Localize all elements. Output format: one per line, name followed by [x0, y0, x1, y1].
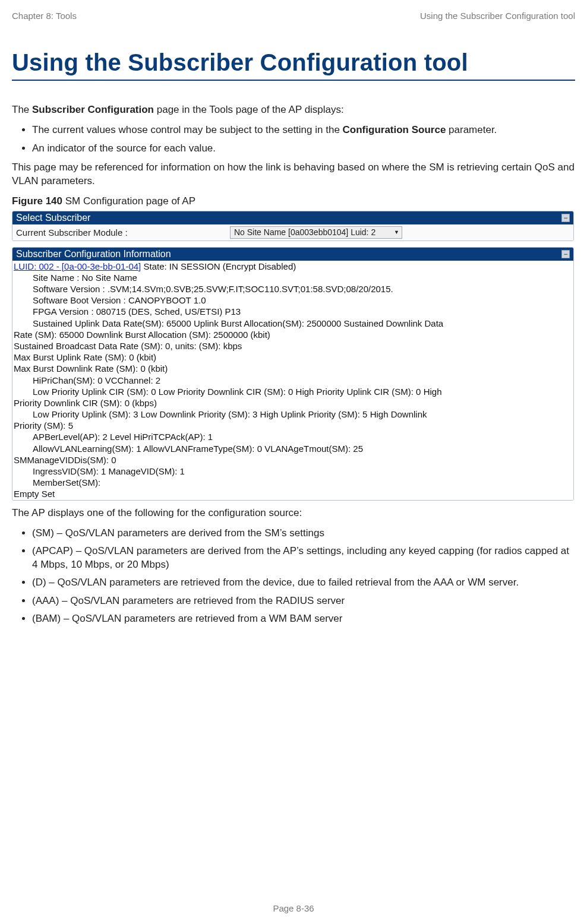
select-subscriber-header: Select Subscriber − [12, 211, 573, 224]
config-source-bullet: (AAA) – QoS/VLAN parameters are retrieve… [32, 594, 575, 607]
info-line: Priority Downlink CIR (SM): 0 (kbps) [14, 397, 572, 409]
info-line: FPGA Version : 080715 (DES, Sched, US/ET… [33, 306, 572, 317]
info-line: Site Name : No Site Name [33, 272, 572, 283]
after-lead: The AP displays one of the following for… [12, 507, 575, 520]
current-subscriber-label: Current Subscriber Module : [16, 227, 230, 238]
info-line: Empty Set [14, 488, 572, 499]
info-line: Software Boot Version : CANOPYBOOT 1.0 [33, 295, 572, 306]
page-title: Using the Subscriber Configuration tool [12, 49, 575, 76]
subscriber-config-info-header: Subscriber Configuration Information − [12, 248, 573, 261]
info-line: HiPriChan(SM): 0 VCChannel: 2 [33, 375, 572, 386]
intro-lead: The Subscriber Configuration page in the… [12, 103, 575, 116]
collapse-icon[interactable]: − [561, 250, 570, 258]
intro-para-2: This page may be referenced for informat… [12, 161, 575, 188]
figure-label-bold: Figure 140 [12, 195, 62, 207]
collapse-icon[interactable]: − [561, 214, 570, 222]
intro-bullet-1-post: parameter. [446, 124, 497, 135]
luid-link[interactable]: LUID: 002 - [0a-00-3e-bb-01-04] [14, 261, 141, 271]
info-line: Max Burst Uplink Rate (SM): 0 (kbit) [14, 352, 572, 363]
info-line: Sustained Broadcast Data Rate (SM): 0, u… [14, 340, 572, 352]
header-left: Chapter 8: Tools [12, 11, 77, 21]
intro-bullets: The current values whose control may be … [12, 124, 575, 155]
subscriber-config-info-title: Subscriber Configuration Information [16, 249, 171, 260]
info-line: APBerLevel(AP): 2 Level HiPriTCPAck(AP):… [33, 431, 572, 442]
subscriber-config-info-panel: Subscriber Configuration Information − L… [12, 247, 574, 501]
subscriber-config-info-body: LUID: 002 - [0a-00-3e-bb-01-04] State: I… [12, 261, 573, 500]
subscriber-dropdown[interactable]: No Site Name [0a003ebb0104] Luid: 2 [230, 226, 402, 239]
page-footer: Page 8-36 [0, 903, 587, 913]
info-line: Sustained Uplink Data Rate(SM): 65000 Up… [33, 318, 572, 329]
current-subscriber-row: Current Subscriber Module : No Site Name… [12, 224, 573, 241]
config-source-bullet: (BAM) – QoS/VLAN parameters are retrieve… [32, 612, 575, 625]
intro-lead-bold: Subscriber Configuration [32, 104, 154, 115]
intro-bullet-2-text: An indicator of the source for each valu… [32, 143, 216, 154]
info-line: Low Priority Uplink (SM): 3 Low Downlink… [33, 409, 572, 420]
info-line: Rate (SM): 65000 Downlink Burst Allocati… [14, 329, 572, 340]
config-source-bullet: (APCAP) – QoS/VLAN parameters are derive… [32, 545, 575, 571]
state-text: State: IN SESSION (Encrypt Disabled) [141, 261, 296, 271]
intro-bullet-2: An indicator of the source for each valu… [32, 142, 575, 155]
figure-label-rest: SM Configuration page of AP [62, 195, 195, 207]
info-line: Software Version : .SVM;14.SVm;0.SVB;25.… [33, 283, 572, 295]
intro-bullet-1: The current values whose control may be … [32, 124, 575, 137]
info-line: SMManageVIDDis(SM): 0 [14, 454, 572, 466]
info-line: Max Burst Downlink Rate (SM): 0 (kbit) [14, 363, 572, 374]
figure-caption: Figure 140 SM Configuration page of AP [12, 195, 575, 208]
info-line: MemberSet(SM): [33, 477, 572, 488]
select-subscriber-title: Select Subscriber [16, 213, 90, 223]
select-subscriber-panel: Select Subscriber − Current Subscriber M… [12, 211, 574, 241]
subscriber-dropdown-selected: No Site Name [0a003ebb0104] Luid: 2 [234, 227, 375, 237]
intro-bullet-1-bold: Configuration Source [343, 124, 446, 135]
header-right: Using the Subscriber Configuration tool [420, 11, 575, 21]
intro-lead-pre: The [12, 104, 32, 115]
intro-lead-post: page in the Tools page of the AP display… [154, 104, 344, 115]
info-line: Low Priority Uplink CIR (SM): 0 Low Prio… [33, 386, 572, 397]
config-source-bullet: (SM) – QoS/VLAN parameters are derived f… [32, 527, 575, 540]
info-line: AllowVLANLearning(SM): 1 AllowVLANFrameT… [33, 443, 572, 454]
config-source-bullets: (SM) – QoS/VLAN parameters are derived f… [12, 527, 575, 626]
info-line: Priority (SM): 5 [14, 420, 572, 431]
luid-state-line: LUID: 002 - [0a-00-3e-bb-01-04] State: I… [14, 261, 572, 272]
intro-bullet-1-pre: The current values whose control may be … [32, 124, 343, 135]
info-line: IngressVID(SM): 1 ManageVID(SM): 1 [33, 466, 572, 477]
config-source-bullet: (D) – QoS/VLAN parameters are retrieved … [32, 576, 575, 589]
title-rule [12, 80, 575, 81]
